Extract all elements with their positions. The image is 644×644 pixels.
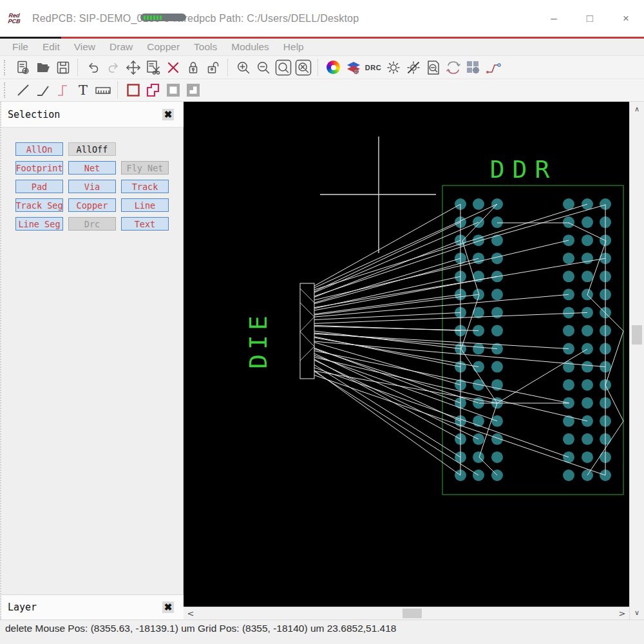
selection-button-via[interactable]: Via [68, 180, 116, 193]
selection-button-net[interactable]: Net [68, 161, 116, 175]
selection-panel-header: Selection ✖ [1, 102, 185, 128]
scroll-left-icon[interactable]: < [185, 607, 196, 620]
pcb-pad [582, 343, 593, 355]
menu-item-edit[interactable]: Edit [35, 41, 67, 53]
layer-panel-title: Layer [8, 601, 37, 613]
unlock-icon[interactable] [203, 58, 223, 77]
vertical-scroll-thumb[interactable] [632, 325, 642, 345]
menu-item-modules[interactable]: Modules [224, 41, 276, 53]
pcb-pad [582, 451, 593, 463]
pcb-pad [582, 397, 593, 409]
polygon-filled-icon[interactable] [183, 80, 203, 100]
zoom-cancel-icon[interactable] [293, 58, 313, 77]
minimize-button[interactable]: – [536, 9, 572, 28]
polygon-outline-icon[interactable] [143, 80, 163, 100]
pcb-pad [582, 325, 593, 336]
pcb-pad [491, 216, 503, 228]
pcb-pad [582, 433, 593, 445]
lock-icon[interactable] [183, 58, 203, 77]
selection-button-fly-net[interactable]: Fly Net [121, 161, 169, 175]
module-settings-icon[interactable] [463, 58, 483, 77]
redo-icon[interactable] [103, 58, 123, 77]
dimension-ruler-icon[interactable] [93, 80, 113, 100]
selection-button-copper[interactable]: Copper [68, 198, 116, 212]
selection-button-alloff[interactable]: AllOff [68, 142, 116, 156]
close-button[interactable]: × [608, 9, 644, 28]
rect-outline-icon[interactable] [123, 80, 143, 100]
highlight-off-icon[interactable] [403, 58, 423, 77]
toolbar-grip[interactable] [4, 60, 8, 75]
toolbar-separator [227, 59, 229, 76]
menu-item-draw[interactable]: Draw [102, 41, 140, 53]
zoom-out-icon[interactable] [253, 58, 273, 77]
pcb-pad [563, 433, 574, 445]
zoom-window-icon[interactable] [273, 58, 293, 77]
selection-button-line[interactable]: Line [121, 198, 169, 212]
selection-panel-title: Selection [8, 109, 60, 120]
menu-bar: FileEditViewDrawCopperToolsModulesHelp [0, 39, 644, 55]
status-bar: delete Mouse Pos: (8355.63, -18139.1) um… [0, 620, 644, 644]
grid-spacer [121, 142, 169, 155]
horizontal-scroll-thumb[interactable] [402, 609, 422, 618]
highlight-on-icon[interactable] [383, 58, 403, 77]
selection-button-text[interactable]: Text [121, 217, 169, 231]
menu-item-file[interactable]: File [5, 41, 35, 53]
move-icon[interactable] [123, 58, 143, 77]
pcb-pad [491, 289, 503, 300]
horizontal-scrollbar[interactable]: < > [184, 607, 629, 620]
selection-button-allon[interactable]: AllOn [15, 142, 63, 156]
layer-stack-icon[interactable] [343, 58, 363, 77]
status-text: delete Mouse Pos: (8355.63, -18139.1) um… [5, 623, 644, 634]
open-folder-icon[interactable] [33, 58, 53, 77]
menu-item-tools[interactable]: Tools [187, 41, 224, 53]
menu-item-view[interactable]: View [67, 41, 102, 53]
layer-panel-close-icon[interactable]: ✖ [162, 601, 174, 613]
window-title: RedPCB: SIP-DEMO_0130-5-N.redpcb Path: C… [32, 13, 359, 24]
menu-item-help[interactable]: Help [276, 41, 311, 53]
selection-button-grid: AllOnAllOffFootprintNetFly NetPadViaTrac… [15, 142, 169, 231]
maximize-button[interactable]: □ [572, 9, 608, 28]
selection-panel-close-icon[interactable]: ✖ [162, 109, 174, 120]
selection-button-drc[interactable]: Drc [68, 217, 116, 231]
zoom-in-icon[interactable] [233, 58, 253, 77]
pcb-pad [563, 252, 574, 264]
scroll-right-icon[interactable]: > [616, 607, 628, 620]
swap-rotate-icon[interactable] [443, 58, 463, 77]
vertical-scrollbar[interactable]: ∧ ∨ [629, 102, 644, 620]
cut-document-icon[interactable] [143, 58, 163, 77]
polyline-icon[interactable] [33, 80, 53, 100]
text-icon[interactable]: T [73, 80, 93, 100]
rect-filled-icon[interactable] [163, 80, 183, 100]
pcb-pad [563, 216, 574, 228]
new-document-icon[interactable] [13, 58, 33, 77]
document-zoom-icon[interactable] [423, 58, 443, 77]
line-icon[interactable] [13, 80, 33, 100]
scroll-down-icon[interactable]: ∨ [630, 607, 644, 618]
selection-button-track[interactable]: Track [121, 180, 169, 193]
pcb-pad [473, 234, 484, 246]
selection-button-line-seg[interactable]: Line Seg [15, 217, 63, 231]
selection-button-track-seg[interactable]: Track Seg [15, 198, 63, 212]
save-icon[interactable] [53, 58, 73, 77]
menu-item-copper[interactable]: Copper [140, 41, 187, 53]
toolbar-grip[interactable] [4, 82, 8, 98]
pcb-canvas-drawing[interactable]: DDRDIE [184, 102, 629, 607]
pcb-pad [582, 270, 593, 282]
pcb-pad [582, 216, 593, 228]
selection-button-pad[interactable]: Pad [15, 180, 63, 193]
pcb-pad [563, 379, 574, 391]
pcb-canvas[interactable]: DDRDIE [184, 102, 629, 607]
scroll-up-icon[interactable]: ∧ [630, 103, 644, 115]
undo-icon[interactable] [83, 58, 103, 77]
app-logo-icon: Red PCB [8, 11, 28, 26]
main-toolbar: DRC [0, 55, 644, 79]
drc-icon[interactable]: DRC [363, 58, 383, 77]
route-icon[interactable] [483, 58, 503, 77]
pcb-pad [491, 361, 503, 373]
selection-button-footprint[interactable]: Footprint [15, 161, 63, 175]
color-wheel-icon[interactable] [323, 58, 343, 77]
impedance-line-icon[interactable] [53, 80, 73, 100]
pcb-pad [473, 343, 484, 355]
delete-icon[interactable] [163, 58, 183, 77]
pcb-pad [563, 198, 574, 210]
